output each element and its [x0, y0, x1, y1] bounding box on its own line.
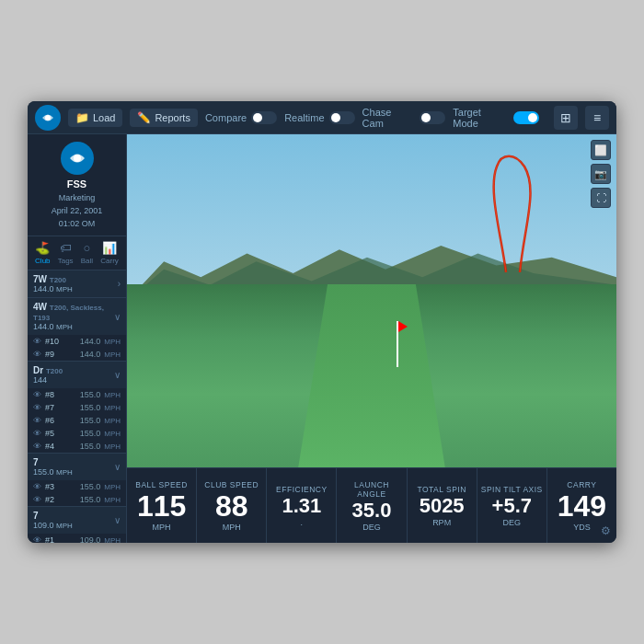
ball-nav-icon: ○	[84, 241, 91, 255]
fairway-strip	[298, 284, 445, 467]
sidebar-nav-ball[interactable]: ○ Ball	[81, 241, 93, 265]
grid-icon[interactable]: ⊞	[554, 106, 578, 130]
camera-button[interactable]: 📷	[591, 164, 611, 184]
logo	[35, 105, 61, 131]
top-bar: 📁 Load ✏️ Reports Compare Realtime Chase…	[28, 101, 616, 134]
eye-icon: 👁	[33, 482, 41, 491]
club-group-7b-header[interactable]: 7 155.0 MPH ∨	[28, 454, 126, 480]
tags-nav-icon: 🏷	[60, 241, 72, 255]
stat-launch-angle: Launch Angle 35.0 DEG	[337, 468, 407, 543]
realtime-toggle[interactable]	[329, 111, 355, 124]
chevron-down-icon: ∨	[114, 370, 121, 380]
profile-org: Marketing	[59, 193, 96, 202]
club-group-7c-header[interactable]: 7 109.0 MPH ∨	[28, 507, 126, 534]
avatar	[61, 142, 94, 175]
targetmode-toggle[interactable]	[513, 111, 539, 124]
club-nav-icon: ⛳	[35, 241, 50, 255]
folder-icon: 📁	[75, 111, 89, 124]
club-group-4w-header[interactable]: 4W T200, Sackless, T193 144.0 MPH ∨	[28, 298, 126, 335]
club-item-7[interactable]: 👁 #7 155.0 MPH	[28, 401, 126, 414]
club-group-dr: Dr T200 144 ∨ 👁 #8 155.0 MPH 👁 #7 155.0 …	[28, 362, 126, 454]
profile-time: 01:02 OM	[59, 219, 96, 228]
fairway-layer	[127, 284, 616, 467]
sidebar-nav-club[interactable]: ⛳ Club	[35, 241, 50, 265]
chevron-down-icon: ∨	[114, 515, 121, 525]
club-item-9[interactable]: 👁 #9 144.0 MPH	[28, 348, 126, 361]
reports-button[interactable]: ✏️ Reports	[130, 109, 198, 127]
flag-pin	[397, 321, 398, 367]
chevron-down-icon: ∨	[114, 312, 121, 322]
spin-tilt-value: +5.7	[492, 496, 532, 516]
club-group-7c: 7 109.0 MPH ∨ 👁 #1 109.0 MPH	[28, 507, 126, 543]
view-controls: ⬜ 📷 ⛶	[591, 140, 611, 208]
main-content: FSS Marketing April 22, 2001 01:02 OM ⛳ …	[28, 134, 616, 543]
club-group-7w: 7W T200 144.0 MPH ›	[28, 270, 126, 298]
club-group-7w-header[interactable]: 7W T200 144.0 MPH ›	[28, 270, 126, 297]
stat-efficiency: Efficiency 1.31 .	[267, 468, 337, 543]
club-group-7b: 7 155.0 MPH ∨ 👁 #3 155.0 MPH 👁 #2 155.0 …	[28, 454, 126, 507]
main-screen: 📁 Load ✏️ Reports Compare Realtime Chase…	[28, 101, 616, 543]
club-group-4w: 4W T200, Sackless, T193 144.0 MPH ∨ 👁 #1…	[28, 298, 126, 362]
eye-icon: 👁	[33, 442, 41, 451]
club-item-3[interactable]: 👁 #3 155.0 MPH	[28, 480, 126, 493]
eye-icon: 👁	[33, 429, 41, 438]
chevron-down-icon: ∨	[114, 462, 121, 472]
right-area: ⬜ 📷 ⛶ Ball Speed 115 MPH Club Speed 88 M…	[127, 134, 616, 543]
club-item-6[interactable]: 👁 #6 155.0 MPH	[28, 414, 126, 427]
stat-total-spin: Total Spin 5025 RPM	[408, 468, 477, 543]
compare-toggle[interactable]	[251, 111, 277, 124]
carry-value: 149	[558, 491, 606, 521]
reports-icon: ✏️	[137, 111, 151, 124]
load-button[interactable]: 📁 Load	[68, 109, 122, 127]
stat-spin-tilt: Spin Tilt Axis +5.7 DEG	[477, 468, 547, 543]
menu-icon[interactable]: ≡	[585, 106, 609, 130]
fullscreen-button[interactable]: ⛶	[591, 188, 611, 208]
sidebar-nav-tags[interactable]: 🏷 Tags	[58, 241, 74, 265]
svg-point-3	[74, 155, 81, 162]
club-group-dr-header[interactable]: Dr T200 144 ∨	[28, 362, 126, 388]
club-item-4[interactable]: 👁 #4 155.0 MPH	[28, 440, 126, 453]
compare-toggle-group: Compare	[205, 111, 277, 124]
profile-date: April 22, 2001	[52, 206, 103, 215]
sidebar: FSS Marketing April 22, 2001 01:02 OM ⛳ …	[28, 134, 127, 543]
sidebar-nav: ⛳ Club 🏷 Tags ○ Ball 📊 Carry	[28, 236, 126, 270]
club-speed-value: 88	[215, 491, 248, 521]
settings-gear-icon[interactable]: ⚙	[601, 524, 611, 537]
launch-angle-value: 35.0	[352, 500, 392, 521]
stat-carry: Carry 149 YDS ⚙	[547, 468, 616, 543]
eye-icon: 👁	[33, 416, 41, 425]
targetmode-toggle-group: Target Mode	[453, 107, 539, 129]
club-item-1[interactable]: 👁 #1 109.0 MPH	[28, 534, 126, 543]
chasecam-toggle[interactable]	[420, 111, 445, 124]
sidebar-nav-carry[interactable]: 📊 Carry	[100, 241, 119, 265]
club-item-10[interactable]: 👁 #10 144.0 MPH	[28, 335, 126, 348]
view-toggle-button[interactable]: ⬜	[591, 140, 611, 160]
club-item-2[interactable]: 👁 #2 155.0 MPH	[28, 493, 126, 506]
stats-bar: Ball Speed 115 MPH Club Speed 88 MPH Eff…	[127, 467, 616, 543]
stat-club-speed: Club Speed 88 MPH	[197, 468, 267, 543]
eye-icon: 👁	[33, 403, 41, 412]
course-view: ⬜ 📷 ⛶	[127, 134, 616, 467]
carry-nav-icon: 📊	[102, 241, 117, 255]
profile-name: FSS	[67, 178, 86, 190]
club-item-5[interactable]: 👁 #5 155.0 MPH	[28, 427, 126, 440]
chevron-right-icon: ›	[118, 279, 121, 289]
eye-icon: 👁	[33, 350, 41, 359]
svg-point-1	[45, 115, 51, 121]
eye-icon: 👁	[33, 535, 41, 543]
realtime-toggle-group: Realtime	[284, 111, 354, 124]
total-spin-value: 5025	[420, 496, 465, 516]
eye-icon: 👁	[33, 390, 41, 399]
ball-flight-arc	[469, 153, 543, 282]
stat-ball-speed: Ball Speed 115 MPH	[127, 468, 197, 543]
club-item-8[interactable]: 👁 #8 155.0 MPH	[28, 388, 126, 401]
ball-speed-value: 115	[137, 491, 186, 521]
chasecam-toggle-group: Chase Cam	[362, 107, 446, 129]
eye-icon: 👁	[33, 495, 41, 504]
profile-section: FSS Marketing April 22, 2001 01:02 OM	[28, 134, 126, 236]
efficiency-value: 1.31	[282, 496, 321, 516]
eye-icon: 👁	[33, 337, 41, 346]
